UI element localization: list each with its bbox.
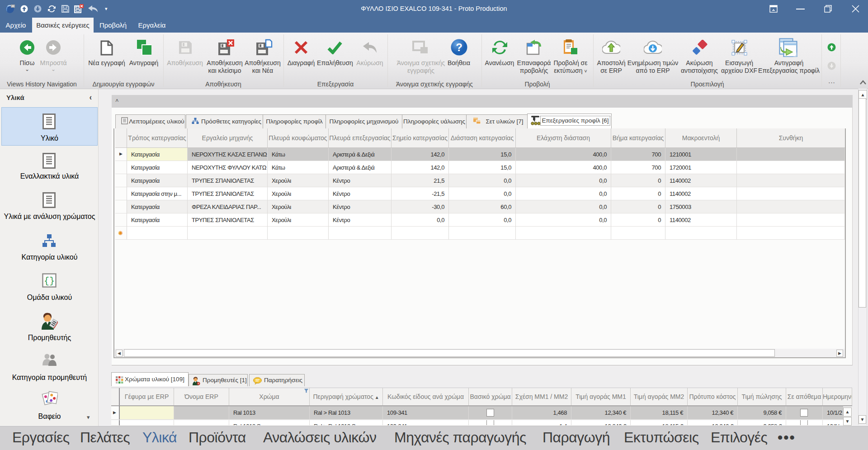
svg-text:?: ? xyxy=(456,41,462,53)
svg-text:{}: {} xyxy=(44,276,55,286)
